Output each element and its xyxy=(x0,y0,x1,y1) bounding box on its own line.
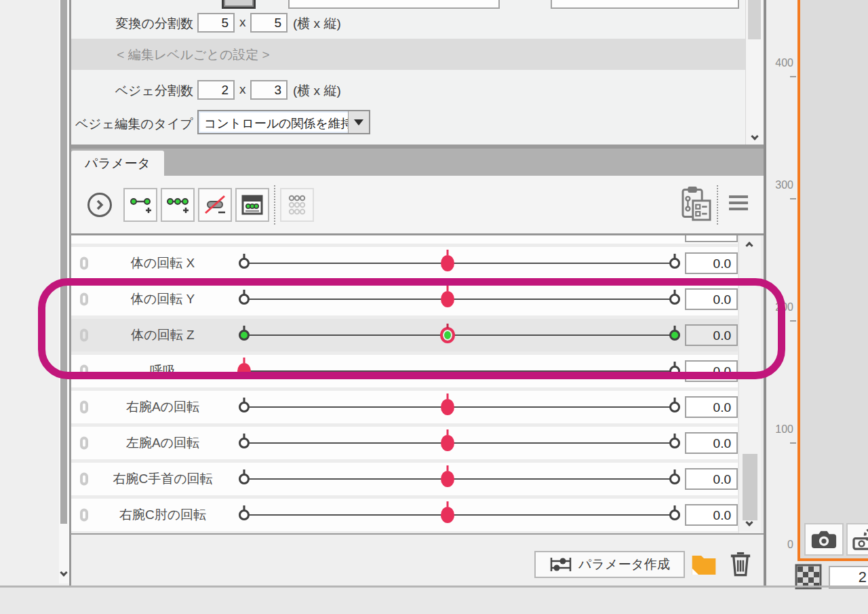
scroll-down-arrow[interactable] xyxy=(745,519,755,529)
value-knob[interactable] xyxy=(441,507,454,523)
bezier-divisions-y-field[interactable]: 3 xyxy=(250,80,288,100)
value-knob[interactable] xyxy=(441,291,454,307)
parameter-slider[interactable] xyxy=(241,283,678,315)
capture-settings-button[interactable] xyxy=(846,523,868,556)
parameter-slider[interactable] xyxy=(241,355,678,387)
parameter-row[interactable]: 左腕Aの回転0.0 xyxy=(71,427,738,459)
key-grid-icon xyxy=(285,193,309,216)
parameter-value[interactable]: 0.0 xyxy=(685,432,738,454)
parameter-value[interactable]: 0.0 xyxy=(685,288,738,310)
create-parameter-label: パラメータ作成 xyxy=(578,556,670,573)
add-two-keys-button[interactable] xyxy=(123,188,157,222)
window-bottom-border xyxy=(0,586,868,588)
inspector-panel: 変換の分割数 5 x 5 (横 x 縦) < 編集レベルごとの設定 > ベジェ分… xyxy=(71,0,764,145)
scrollbar-thumb[interactable] xyxy=(748,0,761,39)
parameter-value[interactable]: 0.0 xyxy=(685,252,738,274)
parameter-slider[interactable] xyxy=(241,427,678,459)
inspector-scrollbar[interactable] xyxy=(745,0,764,145)
parameter-value[interactable]: 0.0 xyxy=(685,396,738,418)
parameter-slider[interactable] xyxy=(241,391,678,423)
value-knob[interactable] xyxy=(441,471,454,487)
value-knob[interactable] xyxy=(441,255,454,271)
add-three-keys-button[interactable] xyxy=(161,188,195,222)
parameter-row[interactable]: 体の回転 Z0.0 xyxy=(71,319,738,351)
repeat-icon xyxy=(80,509,88,522)
remove-keys-button[interactable] xyxy=(198,188,232,222)
inspector-top-field-2[interactable] xyxy=(551,0,739,9)
ruler-label: 400 xyxy=(775,57,793,69)
expand-all-button[interactable] xyxy=(87,193,112,217)
parameter-row[interactable]: 右腕C肘の回転0.0 xyxy=(71,499,738,531)
color-swatch-button[interactable] xyxy=(222,0,256,9)
parameter-label: 呼吸 xyxy=(90,362,235,380)
chevron-right-icon xyxy=(94,199,106,211)
divisions-suffix: (横 x 縦) xyxy=(293,15,341,33)
value-knob[interactable] xyxy=(440,327,455,343)
parameter-row[interactable]: 体の回転 Y0.0 xyxy=(71,283,738,315)
panel-menu-button[interactable] xyxy=(729,195,748,213)
create-folder-button[interactable] xyxy=(690,551,717,579)
delete-parameter-button[interactable] xyxy=(728,550,753,581)
scroll-down-arrow[interactable] xyxy=(59,569,69,579)
vertical-ruler: 4003002001000 xyxy=(766,0,797,586)
transform-divisions-label: 変換の分割数 xyxy=(71,15,193,33)
parameter-row[interactable]: 右腕C手首の回転0.0 xyxy=(71,463,738,495)
view-capture-toolbar xyxy=(804,523,868,556)
tab-parameters[interactable]: パラメータ xyxy=(71,151,164,176)
ruler-tick xyxy=(790,198,796,199)
partial-row xyxy=(71,235,738,244)
bezier-divisions-x-field[interactable]: 2 xyxy=(197,80,235,100)
value-knob[interactable] xyxy=(441,399,454,415)
value-knob[interactable] xyxy=(237,363,251,379)
key-grid-button[interactable] xyxy=(280,188,314,222)
scrollbar-thumb[interactable] xyxy=(60,0,67,524)
parameter-row[interactable]: 体の回転 X0.0 xyxy=(71,247,738,280)
parameter-row[interactable]: 右腕Aの回転0.0 xyxy=(71,391,738,423)
parameter-bottom-bar: パラメータ作成 xyxy=(71,533,764,586)
parameter-value[interactable] xyxy=(685,235,738,242)
inspector-top-field[interactable] xyxy=(288,0,500,9)
transform-divisions-y-field[interactable]: 5 xyxy=(250,13,288,33)
slider-track xyxy=(241,514,678,516)
parameter-label: 右腕C手首の回転 xyxy=(90,470,235,488)
range-max-marker xyxy=(669,258,680,269)
screenshot-button[interactable] xyxy=(804,523,844,556)
keyform-view-button[interactable] xyxy=(235,188,269,222)
parameter-row[interactable]: 呼吸0.0 xyxy=(71,355,738,387)
parameter-slider[interactable] xyxy=(241,319,678,351)
parameter-value[interactable]: 0.0 xyxy=(685,324,738,346)
parameter-label: 体の回転 X xyxy=(90,254,235,272)
keyform-list-icon xyxy=(241,194,264,216)
tab-bar: パラメータ xyxy=(71,145,764,176)
parameter-value[interactable]: 0.0 xyxy=(685,468,738,490)
parameter-list-scrollbar[interactable] xyxy=(738,235,761,533)
transform-divisions-x-field[interactable]: 5 xyxy=(197,13,235,33)
slider-track xyxy=(241,442,678,444)
value-knob[interactable] xyxy=(441,435,454,451)
scrollbar-thumb[interactable] xyxy=(743,454,757,520)
repeat-icon xyxy=(80,401,88,414)
left-panel-scrollbar[interactable] xyxy=(59,0,69,583)
bezier-edit-type-select[interactable]: コントロールの関係を維持 xyxy=(197,110,370,134)
parameter-slider[interactable] xyxy=(241,463,678,495)
range-max-marker xyxy=(669,366,680,377)
combo-dropdown-button[interactable] xyxy=(348,111,369,133)
parameter-panel-column: 変換の分割数 5 x 5 (横 x 縦) < 編集レベルごとの設定 > ベジェ分… xyxy=(71,0,766,586)
scroll-down-arrow[interactable] xyxy=(750,133,760,143)
range-min-marker xyxy=(239,474,250,484)
range-max-marker xyxy=(669,510,680,520)
scroll-up-arrow[interactable] xyxy=(745,239,755,250)
section-header-text: < 編集レベルごとの設定 > xyxy=(92,46,295,64)
repeat-icon xyxy=(80,365,88,378)
canvas-view[interactable] xyxy=(800,0,868,558)
create-parameter-button[interactable]: パラメータ作成 xyxy=(534,551,685,578)
copy-settings-button[interactable] xyxy=(681,185,712,226)
clipboard-form-icon xyxy=(681,185,712,223)
ruler-tick xyxy=(790,76,796,77)
range-max-marker xyxy=(669,294,680,305)
parameter-slider[interactable] xyxy=(241,247,678,280)
slider-track xyxy=(241,406,678,408)
parameter-slider[interactable] xyxy=(241,499,678,531)
parameter-value[interactable]: 0.0 xyxy=(685,360,738,382)
parameter-value[interactable]: 0.0 xyxy=(685,504,738,526)
